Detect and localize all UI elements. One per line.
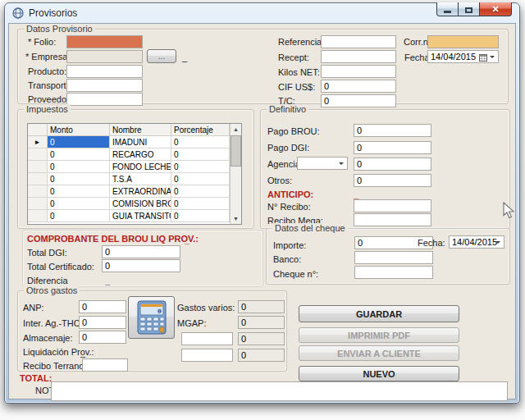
guardar-button[interactable]: GUARDAR xyxy=(299,305,459,322)
app-globe-icon xyxy=(12,7,24,19)
impuestos-grid-rows: ►0IMADUNI00RECARGO00FONDO LECHERO00T.S.A… xyxy=(28,136,241,222)
total-dgi-label: Total DGI: xyxy=(27,248,67,258)
cell-monto[interactable]: 0 xyxy=(48,210,110,222)
total-dgi-input[interactable]: 0 xyxy=(102,245,180,258)
grid-row[interactable]: ►0IMADUNI0 xyxy=(28,136,241,148)
anp-input[interactable]: 0 xyxy=(79,300,126,313)
recibo-terranova-input[interactable] xyxy=(82,358,128,372)
group-otros-gastos: Otros gastos ANP: 0 Inter. Ag.-THC-EIF: … xyxy=(17,290,287,372)
agencia-input[interactable]: 0 xyxy=(354,158,431,171)
cell-nombre[interactable]: FONDO LECHERO xyxy=(110,161,171,173)
nuevo-button[interactable]: NUEVO xyxy=(299,366,459,381)
transporte-input[interactable] xyxy=(66,79,143,92)
cell-porcentaje[interactable]: 0 xyxy=(171,148,230,161)
almacenaje-input[interactable]: 0 xyxy=(79,331,126,344)
corr-input[interactable] xyxy=(427,35,499,48)
cell-monto[interactable]: 0 xyxy=(48,136,110,148)
n-recibo-input[interactable] xyxy=(354,199,431,212)
scroll-up-icon[interactable]: ▲ xyxy=(231,124,241,135)
cell-nombre[interactable]: RECARGO xyxy=(110,148,171,161)
impuestos-grid[interactable]: Monto Nombre Porcentaje ►0IMADUNI00RECAR… xyxy=(27,123,242,225)
kilos-input[interactable] xyxy=(321,65,396,78)
chevron-down-icon xyxy=(490,56,495,61)
gastos-varios-label: Gastos varios: xyxy=(177,303,235,313)
cell-porcentaje[interactable]: 0 xyxy=(171,161,230,173)
row-selector[interactable] xyxy=(28,173,48,185)
cheque-fecha-combobox[interactable]: 14/04/2015 xyxy=(449,235,504,249)
proveedor-input[interactable] xyxy=(66,93,143,106)
grid-corner-cell xyxy=(28,124,48,136)
grid-row[interactable]: 0COMISION BROU0 xyxy=(28,198,241,210)
cell-porcentaje[interactable]: 0 xyxy=(171,210,230,222)
pago-brou-input[interactable]: 0 xyxy=(354,124,431,137)
cell-porcentaje[interactable]: 0 xyxy=(171,173,230,185)
cell-monto[interactable]: 0 xyxy=(48,173,110,185)
maximize-button[interactable] xyxy=(458,2,480,16)
desktop: { "window": { "title": "Provisorios" }, … xyxy=(0,0,525,420)
notas-input[interactable] xyxy=(51,381,508,401)
grid-row[interactable]: 0GUIA TRANSITO0 xyxy=(28,210,241,222)
cell-nombre[interactable]: T.S.A xyxy=(110,173,171,185)
empresa-browse-button[interactable]: ... xyxy=(147,49,176,63)
referencia-input[interactable] xyxy=(321,35,396,48)
otros-input[interactable]: 0 xyxy=(354,174,431,187)
total-label: TOTAL: xyxy=(20,373,52,383)
extra1-name-input[interactable] xyxy=(181,332,233,345)
minimize-icon xyxy=(444,11,451,13)
recibo-mega-input[interactable] xyxy=(354,213,431,226)
grid-header-monto[interactable]: Monto xyxy=(48,124,110,136)
cheque-n-input[interactable] xyxy=(354,266,433,279)
svg-text:θ: θ xyxy=(158,308,162,315)
close-icon: ✕ xyxy=(491,5,499,14)
empresa-input xyxy=(66,50,143,63)
cheque-fecha-label: Fecha: xyxy=(418,238,445,248)
cell-nombre[interactable]: COMISION BROU xyxy=(110,198,171,210)
cell-monto[interactable]: 0 xyxy=(48,198,110,210)
grid-header-porcentaje[interactable]: Porcentaje xyxy=(171,124,230,136)
scrollbar-thumb[interactable] xyxy=(231,135,241,167)
grid-header-nombre[interactable]: Nombre xyxy=(110,124,171,136)
cell-nombre[interactable]: EXTRAORDINA... xyxy=(110,185,171,198)
group-definitivo: Definitivo Pago BROU: 0 Pago DGI: 0 Agen… xyxy=(260,109,510,229)
cell-porcentaje[interactable]: 0 xyxy=(171,198,230,210)
grid-row[interactable]: 0T.S.A0 xyxy=(28,173,241,185)
cell-monto[interactable]: 0 xyxy=(48,185,110,198)
agencia-combobox[interactable] xyxy=(297,157,348,170)
tc-input[interactable]: 0 xyxy=(321,94,396,107)
cell-monto[interactable]: 0 xyxy=(48,161,110,173)
total-certificado-input[interactable]: 0 xyxy=(102,259,180,272)
maximize-icon xyxy=(465,7,472,13)
minimize-button[interactable] xyxy=(436,2,459,16)
row-selector[interactable] xyxy=(28,210,48,222)
recept-input[interactable] xyxy=(321,50,396,63)
row-selector[interactable] xyxy=(28,161,48,173)
inter-input[interactable]: 0 xyxy=(79,316,126,329)
comprobante-title: COMPROBANTE DEL BROU LIQ PROV.: xyxy=(27,234,199,244)
pago-dgi-input[interactable]: 0 xyxy=(354,141,431,154)
cell-porcentaje[interactable]: 0 xyxy=(171,136,230,148)
producto-label: Producto: xyxy=(28,66,66,76)
cell-nombre[interactable]: IMADUNI xyxy=(110,136,171,148)
grid-row[interactable]: 0RECARGO0 xyxy=(28,148,241,161)
row-selector[interactable] xyxy=(28,185,48,198)
grid-vertical-scrollbar[interactable]: ▲ ▼ xyxy=(230,124,241,224)
cell-porcentaje[interactable]: 0 xyxy=(171,185,230,198)
banco-input[interactable] xyxy=(354,251,433,264)
cell-monto[interactable]: 0 xyxy=(48,148,110,161)
folio-input[interactable] xyxy=(66,35,143,48)
anticipo-value: _ xyxy=(354,189,358,199)
grid-row[interactable]: 0FONDO LECHERO0 xyxy=(28,161,241,173)
row-selector[interactable] xyxy=(28,148,48,161)
cif-input[interactable]: 0 xyxy=(321,80,396,93)
row-selector[interactable]: ► xyxy=(28,136,48,148)
almacenaje-label: Almacenaje: xyxy=(23,333,73,343)
cell-nombre[interactable]: GUIA TRANSITO xyxy=(110,210,171,222)
producto-input[interactable] xyxy=(66,65,143,78)
calculator-button[interactable]: θ xyxy=(128,296,175,339)
close-button[interactable]: ✕ xyxy=(479,2,512,16)
extra2-name-input[interactable] xyxy=(181,349,233,362)
grid-row[interactable]: 0EXTRAORDINA...0 xyxy=(28,185,241,198)
fecha-datepicker[interactable]: 14/04/2015 xyxy=(427,50,499,63)
row-selector[interactable] xyxy=(28,198,48,210)
scroll-down-icon[interactable]: ▼ xyxy=(231,213,241,224)
